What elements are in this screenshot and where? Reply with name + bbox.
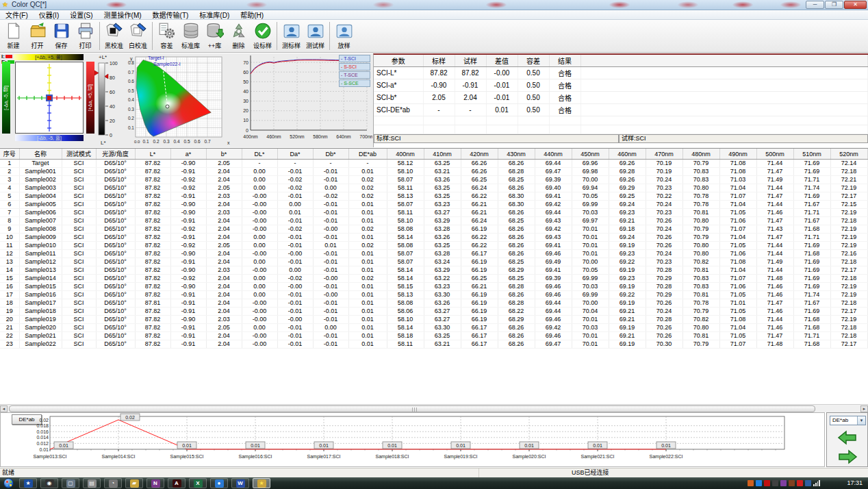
media-app-icon[interactable]: ◔ bbox=[104, 478, 122, 488]
start-button[interactable] bbox=[3, 478, 14, 488]
scroll-left-arrow[interactable]: ◄ bbox=[0, 405, 8, 412]
table-row[interactable]: 18Sample017SCID65/10°87.81-0.912.04-0.00… bbox=[0, 299, 868, 308]
acrobat-icon[interactable]: A bbox=[168, 478, 186, 488]
browser-icon[interactable]: ● bbox=[210, 478, 228, 488]
新建-button[interactable]: 新建 bbox=[1, 20, 25, 52]
menu-item-7[interactable]: 帮助(H) bbox=[235, 11, 269, 20]
table-row[interactable]: 4Sample003SCID65/10°87.82-0.922.050.00-0… bbox=[0, 184, 868, 192]
pinned-star-app-icon[interactable]: ★ bbox=[19, 478, 37, 488]
table-row[interactable]: 12Sample011SCID65/10°87.82-0.902.04-0.00… bbox=[0, 250, 868, 258]
黑校准-button[interactable]: 黑校准 bbox=[102, 20, 126, 52]
table-row[interactable]: 7Sample006SCID65/10°87.82-0.902.03-0.000… bbox=[0, 209, 868, 217]
menu-item-5[interactable]: 数据传输(T) bbox=[147, 11, 194, 20]
column-header[interactable]: 名称 bbox=[19, 149, 62, 160]
legend-S-SCI[interactable]: - S-SCI bbox=[339, 63, 370, 71]
++库-button[interactable]: ++库 bbox=[203, 20, 227, 52]
scroll-right-arrow[interactable]: ► bbox=[860, 405, 868, 412]
params-row[interactable]: SCI-DE*ab--0.010.50合格 bbox=[374, 104, 868, 116]
白校准-button[interactable]: 白校准 bbox=[126, 20, 150, 52]
容差-button[interactable]: 容差 bbox=[155, 20, 179, 52]
column-header[interactable]: 光源/角度 bbox=[96, 149, 135, 160]
sync-tray-icon[interactable] bbox=[797, 480, 803, 486]
打印-button[interactable]: 打印 bbox=[73, 20, 97, 52]
color-wheel-app-icon[interactable]: ◉ bbox=[40, 478, 58, 488]
params-row[interactable]: SCI-b*2.052.04-0.010.50合格 bbox=[374, 92, 868, 104]
table-row[interactable]: 17Sample016SCID65/10°87.82-0.912.040.00-… bbox=[0, 291, 868, 299]
column-header[interactable]: L* bbox=[135, 149, 170, 160]
title-bar[interactable]: ★ Color QC[*] ─ ❐ ✕ bbox=[0, 0, 868, 10]
display-tray-icon[interactable] bbox=[805, 480, 811, 486]
word-icon[interactable]: W bbox=[231, 478, 249, 488]
table-row[interactable]: 15Sample014SCID65/10°87.82-0.922.040.00-… bbox=[0, 275, 868, 283]
excel-icon[interactable]: X bbox=[189, 478, 207, 488]
column-header[interactable]: 520nm bbox=[830, 149, 867, 160]
menu-item-3[interactable]: 设置(S) bbox=[64, 11, 98, 20]
previous-page-button[interactable] bbox=[837, 429, 858, 446]
close-button[interactable]: ✕ bbox=[844, 1, 867, 9]
onenote-icon[interactable]: N bbox=[146, 478, 164, 488]
volume-tray-icon[interactable] bbox=[772, 480, 778, 486]
table-row[interactable]: 16Sample015SCID65/10°87.82-0.902.040.00-… bbox=[0, 283, 868, 291]
display-app-icon[interactable]: ▢ bbox=[62, 478, 79, 488]
table-row[interactable]: 20Sample019SCID65/10°87.82-0.902.03-0.00… bbox=[0, 316, 868, 324]
explorer-icon[interactable]: ▰ bbox=[125, 478, 143, 488]
table-row[interactable]: 10Sample009SCID65/10°87.82-0.912.040.00-… bbox=[0, 234, 868, 242]
设标样-button[interactable]: 设标样 bbox=[251, 20, 275, 52]
scrollbar-thumb[interactable] bbox=[9, 405, 815, 412]
taskbar-clock[interactable]: 17:31 bbox=[847, 477, 863, 489]
保存-button[interactable]: 保存 bbox=[49, 20, 73, 52]
table-row[interactable]: 6Sample005SCID65/10°87.82-0.902.04-0.000… bbox=[0, 201, 868, 209]
table-row[interactable]: 5Sample004SCID65/10°87.82-0.912.03-0.00-… bbox=[0, 192, 868, 201]
打开-button[interactable]: 打开 bbox=[25, 20, 49, 52]
menu-item-1[interactable]: 文件(F) bbox=[0, 11, 34, 20]
column-header[interactable]: DE*ab bbox=[348, 149, 387, 160]
table-row[interactable]: 8Sample007SCID65/10°87.82-0.912.04-0.00-… bbox=[0, 217, 868, 225]
column-header[interactable]: 440nm bbox=[535, 149, 572, 160]
legend-S-SCE[interactable]: - S-SCE bbox=[339, 79, 370, 87]
column-header[interactable]: 460nm bbox=[609, 149, 646, 160]
horizontal-scrollbar[interactable]: ◄ ► bbox=[0, 404, 868, 412]
table-row[interactable]: 3Sample002SCID65/10°87.82-0.922.040.00-0… bbox=[0, 176, 868, 184]
column-header[interactable]: 450nm bbox=[572, 149, 609, 160]
column-header[interactable]: 400nm bbox=[387, 149, 424, 160]
column-header[interactable]: 510nm bbox=[793, 149, 830, 160]
column-header[interactable]: 测试模式 bbox=[62, 149, 96, 160]
acrobat-tray-icon[interactable] bbox=[764, 480, 770, 486]
column-header[interactable]: 490nm bbox=[719, 149, 756, 160]
column-header[interactable]: 480nm bbox=[682, 149, 719, 160]
next-page-button[interactable] bbox=[837, 449, 858, 465]
security-tray-icon[interactable] bbox=[789, 480, 795, 486]
column-header[interactable]: DL* bbox=[242, 149, 277, 160]
table-row[interactable]: 22Sample021SCID65/10°87.82-0.912.04-0.00… bbox=[0, 332, 868, 340]
标准库-button[interactable]: 标准库 bbox=[179, 20, 203, 52]
删除-button[interactable]: 删除 bbox=[227, 20, 251, 52]
colorqc-app-icon[interactable]: ★ bbox=[253, 478, 270, 488]
测试样-button[interactable]: 测试样 bbox=[303, 20, 327, 52]
table-row[interactable]: 19Sample018SCID65/10°87.82-0.912.04-0.00… bbox=[0, 308, 868, 316]
column-header[interactable]: 序号 bbox=[0, 149, 19, 160]
update-tray-icon[interactable] bbox=[748, 480, 754, 486]
测标样-button[interactable]: 测标样 bbox=[279, 20, 303, 52]
trend-metric-select[interactable]: DE*ab ▼ bbox=[830, 416, 866, 425]
legend-T-SCE[interactable]: - T-SCE bbox=[339, 71, 370, 79]
table-row[interactable]: 21Sample020SCID65/10°87.82-0.912.050.00-… bbox=[0, 324, 868, 332]
column-header[interactable]: Da* bbox=[277, 149, 313, 160]
table-row[interactable]: 9Sample008SCID65/10°87.82-0.922.04-0.00-… bbox=[0, 225, 868, 234]
params-row[interactable]: SCI-L*87.8287.82-0.000.50合格 bbox=[374, 67, 868, 79]
measurement-table-container[interactable]: 序号名称测试模式光源/角度L*a*b*DL*Da*Db*DE*ab400nm41… bbox=[0, 148, 868, 404]
ime-tray-icon[interactable] bbox=[780, 480, 787, 486]
column-header[interactable]: 410nm bbox=[424, 149, 461, 160]
column-header[interactable]: 470nm bbox=[646, 149, 682, 160]
network-icon[interactable] bbox=[813, 480, 820, 486]
column-header[interactable]: a* bbox=[170, 149, 206, 160]
column-header[interactable]: 500nm bbox=[756, 149, 793, 160]
table-row[interactable]: 23Sample022SCID65/10°87.82-0.912.04-0.00… bbox=[0, 340, 868, 349]
column-header[interactable]: 430nm bbox=[498, 149, 535, 160]
column-header[interactable]: 420nm bbox=[461, 149, 498, 160]
menu-item-6[interactable]: 标准库(D) bbox=[194, 11, 235, 20]
table-row[interactable]: 2Sample001SCID65/10°87.82-0.912.040.00-0… bbox=[0, 168, 868, 176]
table-row[interactable]: 11Sample010SCID65/10°87.82-0.922.050.00-… bbox=[0, 242, 868, 250]
restore-button[interactable]: ❐ bbox=[825, 1, 843, 9]
legend-T-SCI[interactable]: - T-SCI bbox=[339, 55, 370, 62]
放样-button[interactable]: 放样 bbox=[332, 20, 356, 52]
